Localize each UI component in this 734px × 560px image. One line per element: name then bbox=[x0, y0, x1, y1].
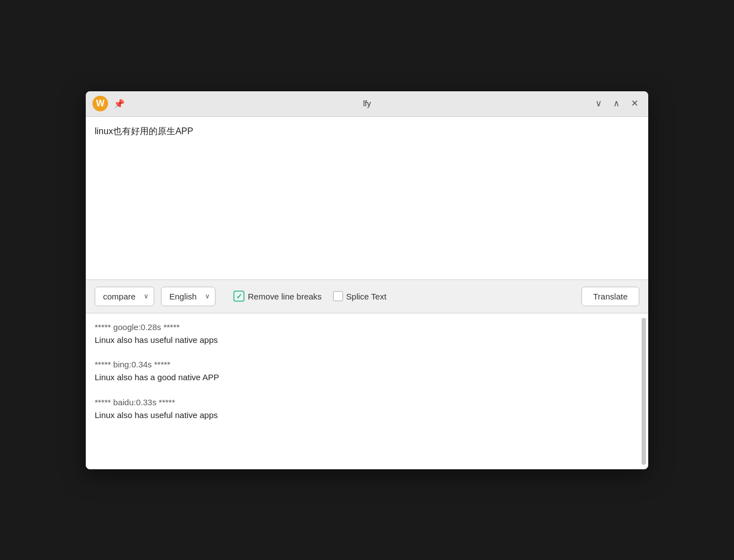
result-header-1: ***** bing:0.34s ***** bbox=[95, 360, 630, 369]
app-icon: W bbox=[92, 96, 108, 111]
splice-text-checkbox[interactable] bbox=[333, 291, 343, 301]
result-block-2: ***** baidu:0.33s *****Linux also has us… bbox=[95, 397, 630, 422]
language-dropdown-wrapper[interactable]: English bbox=[161, 287, 216, 306]
remove-linebreaks-label: Remove line breaks bbox=[248, 292, 322, 301]
scrollbar[interactable] bbox=[642, 318, 646, 465]
result-block-0: ***** google:0.28s *****Linux also has u… bbox=[95, 322, 630, 347]
result-text-2: Linux also has useful native apps bbox=[95, 409, 630, 422]
pin-icon[interactable]: 📌 bbox=[114, 99, 125, 109]
remove-linebreaks-group: Remove line breaks bbox=[233, 291, 322, 302]
result-header-2: ***** baidu:0.33s ***** bbox=[95, 397, 630, 407]
maximize-button[interactable]: ∧ bbox=[610, 97, 623, 110]
titlebar: W 📌 lfy ∨ ∧ ✕ bbox=[86, 91, 648, 117]
translate-button[interactable]: Translate bbox=[581, 287, 639, 306]
app-window: W 📌 lfy ∨ ∧ ✕ compare English Remove lin… bbox=[86, 91, 648, 469]
close-button[interactable]: ✕ bbox=[628, 97, 642, 110]
compare-dropdown-wrapper[interactable]: compare bbox=[95, 287, 154, 306]
splice-text-group: Splice Text bbox=[333, 291, 386, 301]
result-text-0: Linux also has useful native apps bbox=[95, 334, 630, 347]
titlebar-left: W 📌 bbox=[92, 96, 125, 111]
language-dropdown[interactable]: English bbox=[161, 287, 216, 306]
result-header-0: ***** google:0.28s ***** bbox=[95, 322, 630, 332]
result-text-1: Linux also has a good native APP bbox=[95, 371, 630, 384]
remove-linebreaks-checkbox[interactable] bbox=[233, 291, 244, 302]
window-title: lfy bbox=[363, 99, 371, 108]
result-block-1: ***** bing:0.34s *****Linux also has a g… bbox=[95, 360, 630, 384]
toolbar: compare English Remove line breaks Splic… bbox=[86, 280, 648, 313]
splice-text-label: Splice Text bbox=[346, 292, 386, 301]
minimize-button[interactable]: ∨ bbox=[592, 97, 605, 110]
source-text-input[interactable] bbox=[95, 125, 639, 269]
results-inner: ***** google:0.28s *****Linux also has u… bbox=[95, 322, 639, 422]
results-area: ***** google:0.28s *****Linux also has u… bbox=[86, 313, 648, 469]
compare-dropdown[interactable]: compare bbox=[95, 287, 154, 306]
input-area bbox=[86, 117, 648, 280]
titlebar-controls: ∨ ∧ ✕ bbox=[592, 97, 642, 110]
